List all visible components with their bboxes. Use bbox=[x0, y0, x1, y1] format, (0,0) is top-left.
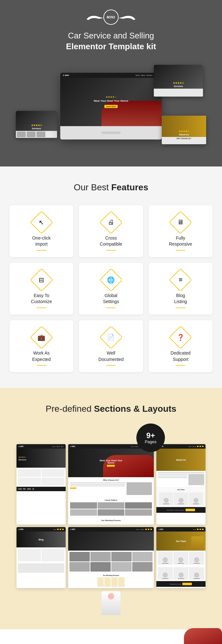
pv-blog-hero: Blog bbox=[16, 532, 66, 547]
feature-label-blog: BlogListing bbox=[153, 293, 208, 305]
feature-icon-support: ❓ bbox=[172, 329, 189, 346]
process-step bbox=[97, 577, 104, 587]
feature-icon-oneclick: ↖ bbox=[33, 214, 50, 231]
pv-team-row2 bbox=[156, 566, 206, 581]
pv-hero-text: Wear Your Heart Your Sleeve bbox=[100, 459, 122, 467]
predefined-section: Pre-defined Sections & Layouts 9+ Pages … bbox=[0, 388, 222, 629]
pv-nav-item: Gallery bbox=[140, 529, 144, 530]
team-name bbox=[178, 578, 184, 579]
subscribe-btn-2 bbox=[182, 583, 192, 585]
subscribe-btn bbox=[186, 509, 195, 511]
why-line bbox=[70, 485, 125, 486]
pv-stat-4: 10 bbox=[32, 488, 34, 490]
nav-link: About bbox=[141, 74, 145, 76]
document-icon: 📄 bbox=[107, 334, 115, 341]
avatar-icon bbox=[163, 557, 168, 562]
about-text-line bbox=[158, 477, 187, 478]
team-name bbox=[162, 563, 168, 564]
briefcase-icon: 💼 bbox=[37, 334, 45, 341]
gallery-main-item bbox=[132, 562, 153, 572]
cursor-icon: ↖ bbox=[39, 219, 44, 226]
pv-team-member-2 bbox=[173, 552, 189, 565]
hero-title-bold: Elementor Template kit bbox=[66, 42, 156, 51]
feature-label-cross: CrossCompatible bbox=[84, 235, 138, 247]
feature-label-support: DedicatedSupport bbox=[153, 350, 208, 363]
process-step bbox=[104, 577, 111, 587]
avatar-icon bbox=[163, 573, 168, 578]
features-title: Our Best Features bbox=[10, 182, 212, 193]
why-btn bbox=[70, 487, 76, 489]
gallery-main-item bbox=[111, 552, 132, 561]
team-name bbox=[193, 563, 200, 564]
feature-card-support: ❓ DedicatedSupport bbox=[149, 320, 212, 372]
pv-service-grid bbox=[16, 468, 66, 487]
logo-area: MINI bbox=[6, 10, 216, 25]
preview-gallery: ⊙ MINI Home Gallery bbox=[68, 527, 154, 588]
pv-nav-team: Team bbox=[193, 529, 196, 530]
pv-about-label: About Us bbox=[176, 459, 186, 461]
nav-link: Services bbox=[147, 74, 153, 76]
feature-card-oneclick: ↖ One-clickimport bbox=[10, 205, 73, 257]
subscribe-bar-2: Subscribe for Latest bbox=[156, 581, 206, 587]
pv-gallery: Latest Gallery bbox=[68, 497, 154, 518]
subscribe-text: Subscribe for Latest Newsletter bbox=[167, 509, 185, 511]
mockup-small-topright: ★★★★☆ Services bbox=[154, 65, 203, 97]
feature-card-documented: 📄 WellDocumented bbox=[79, 320, 143, 372]
services-label: Services bbox=[173, 85, 184, 87]
preview-header-blog: ⊙ MINI Blog bbox=[16, 527, 66, 532]
pv-team-hero-text: Our Team bbox=[176, 540, 186, 542]
pv-gallery-content bbox=[68, 551, 154, 573]
feature-label-oneclick: One-clickimport bbox=[14, 235, 69, 247]
pv-gallery-title: Latest Gallery bbox=[70, 499, 152, 501]
pv-team-member bbox=[174, 492, 188, 505]
feature-label-responsive: FullyResponsive bbox=[153, 235, 208, 247]
mockup-small-bottomright: ★★★★☆ About Us WHY CHOOSE US? bbox=[162, 116, 206, 144]
gallery-main-item bbox=[132, 552, 153, 561]
team-name bbox=[193, 578, 200, 579]
pv-team-member-2 bbox=[158, 552, 173, 565]
feature-card-blog: ≡ BlogListing bbox=[149, 263, 212, 315]
pv-stat-1: 1,000 bbox=[18, 488, 22, 490]
printer-icon: 🖨 bbox=[108, 219, 114, 226]
feature-icon-work: 💼 bbox=[33, 329, 50, 346]
why-line bbox=[70, 482, 125, 483]
mockup-hero-text: Wear Your Heart Your Sleeve bbox=[94, 99, 128, 103]
pv-nav-blog: Blog bbox=[54, 529, 56, 530]
blog-featured-img-icon bbox=[18, 563, 64, 573]
pv-dot bbox=[145, 529, 147, 530]
pv-team-grid-2 bbox=[156, 551, 206, 566]
mockup-base bbox=[60, 126, 162, 139]
logo-circle: MINI bbox=[103, 10, 119, 25]
hero-btn-pv bbox=[107, 465, 115, 467]
gallery-item bbox=[125, 509, 152, 516]
mockup-sm-base-3 bbox=[16, 131, 57, 138]
feature-label-customize: Easy ToCustomize bbox=[14, 293, 69, 305]
feature-underline bbox=[176, 308, 185, 308]
team-name bbox=[178, 504, 184, 504]
pv-logo-blog: ⊙ MINI bbox=[18, 528, 23, 530]
pv-stat-2: 500 bbox=[23, 488, 26, 490]
pv-dot bbox=[57, 529, 59, 530]
mockup-car-area: ★★★★☆ Wear Your Heart Your Sleeve Learn … bbox=[60, 78, 162, 126]
left-wing-icon bbox=[86, 14, 103, 21]
why-choose-label: WHY CHOOSE US? bbox=[162, 137, 206, 140]
pages-count: 9+ bbox=[146, 432, 155, 439]
mockup-nav: ⊙ MINI Home About Services Contact bbox=[60, 73, 162, 78]
feature-icon-customize: ⊟ bbox=[33, 272, 50, 288]
pv-dot bbox=[197, 529, 199, 530]
pages-label: Pages bbox=[145, 439, 157, 444]
feature-icon-responsive: 🖥 bbox=[172, 214, 189, 231]
predefined-title: Pre-defined Sections & Layouts bbox=[6, 404, 216, 414]
team-name bbox=[178, 563, 184, 564]
subscribe-text-2: Subscribe for Latest bbox=[170, 583, 181, 585]
mockup-main: ⊙ MINI Home About Services Contact ★★★★☆… bbox=[60, 73, 162, 139]
pv-blog-label: Blog bbox=[39, 539, 44, 541]
preview-team-page: ⊙ MINI Team Our Team bbox=[156, 527, 206, 588]
process-step bbox=[118, 577, 125, 587]
why-line bbox=[70, 484, 125, 485]
gallery-item bbox=[70, 509, 97, 516]
feature-underline bbox=[106, 250, 116, 251]
pv-team-grid bbox=[158, 491, 204, 506]
pages-badge-container: 9+ Pages bbox=[6, 424, 216, 452]
pv-team-member-2 bbox=[189, 552, 204, 565]
